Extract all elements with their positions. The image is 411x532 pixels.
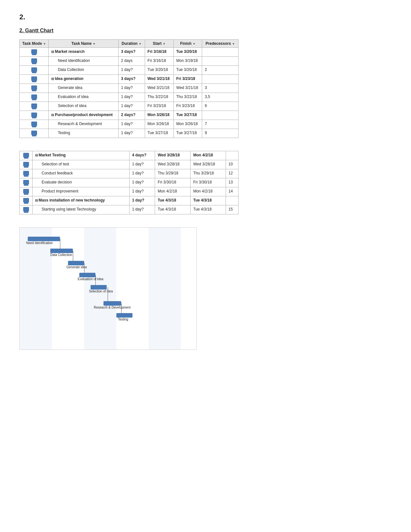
finish-cell: Tue 3/27/18: [173, 111, 202, 120]
task-name-cell: ⊟ Market research: [49, 48, 118, 57]
task-name-cell: Conduct feedback: [33, 169, 130, 178]
task-mode-icon: [23, 180, 29, 184]
predecessors-cell: 3,5: [202, 93, 239, 102]
task-name-text: Selection of test: [42, 162, 69, 166]
table2: ⊟ Market Testing4 days?Wed 3/28/18Mon 4/…: [19, 151, 239, 214]
task-name-cell: Selection of idea: [49, 102, 118, 111]
task-name-text: Starting using latest Technology: [42, 207, 96, 212]
gantt-bar-label: Reseacrh & Development: [94, 306, 131, 309]
task-name-cell: ⊟ Idea generation: [49, 75, 118, 84]
table-row: Evaluate decision1 day?Fri 3/30/18Fri 3/…: [20, 178, 239, 187]
sort-arrow: ▼: [163, 42, 166, 45]
task-mode-icon: [31, 113, 37, 117]
task-name-text: Product improvement: [42, 189, 78, 193]
task-mode-icon: [23, 189, 29, 193]
task-name-cell: ⊟ Market Testing: [33, 151, 130, 160]
task-mode-cell: [20, 120, 49, 129]
task-mode-cell: [20, 187, 33, 196]
task-mode-cell: [20, 75, 49, 84]
col-header-start: Start ▼: [145, 40, 173, 48]
duration-cell: 1 day?: [129, 187, 155, 196]
finish-cell: Tue 3/20/18: [173, 48, 202, 57]
task-mode-cell: [20, 205, 33, 214]
start-cell: Tue 3/27/18: [145, 129, 173, 138]
task-name-cell: Testing: [49, 129, 118, 138]
task-mode-icon: [31, 76, 37, 81]
task-name-text: Data Collection: [58, 67, 84, 72]
task-name-cell: Reseacrh & Development: [49, 120, 118, 129]
task-name-cell: Product improvement: [33, 187, 130, 196]
col-header-finish: Finish ▼: [173, 40, 202, 48]
task-mode-cell: [20, 93, 49, 102]
duration-cell: 3 days?: [118, 75, 145, 84]
col-header-task-mode: Task Mode ▼: [20, 40, 49, 48]
task-mode-cell: [20, 160, 33, 169]
duration-cell: 2 days?: [118, 111, 145, 120]
task-name-cell: Starting using latest Technology: [33, 205, 130, 214]
table-row: Reseacrh & Development1 day?Mon 3/26/18M…: [20, 120, 239, 129]
gantt-bar: [116, 313, 132, 318]
gantt-chart-visual: Need IdentificationData CollectionGenera…: [19, 227, 197, 350]
task-mode-icon: [23, 171, 29, 175]
task-mode-icon: [23, 198, 29, 202]
predecessors-cell: [202, 48, 239, 57]
finish-cell: Wed 3/28/18: [191, 160, 226, 169]
finish-cell: Thu 3/29/18: [191, 169, 226, 178]
start-cell: Tue 4/3/18: [155, 196, 191, 205]
task-mode-cell: [20, 102, 49, 111]
duration-cell: 1 day?: [129, 169, 155, 178]
task-name-cell: ⊟ Purchase/product development: [49, 111, 118, 120]
task-name-cell: Generate idea: [49, 84, 118, 93]
start-cell: Mon 3/26/18: [145, 120, 173, 129]
start-cell: Fri 3/16/18: [145, 57, 173, 66]
predecessors-cell: [202, 57, 239, 66]
table1: Task Mode ▼ Task Name ▼ Duration ▼ Start…: [19, 39, 239, 138]
task-mode-icon: [31, 122, 37, 126]
duration-cell: 1 day?: [118, 66, 145, 75]
task-mode-cell: [20, 111, 49, 120]
gantt-bar-label: Testing: [118, 318, 128, 321]
task-mode-cell: [20, 57, 49, 66]
duration-cell: 4 days?: [129, 151, 155, 160]
table-row: ⊟ Purchase/product development2 days?Mon…: [20, 111, 239, 120]
gantt-bar-label: Generate idea: [66, 265, 87, 269]
finish-cell: Mon 4/2/18: [191, 187, 226, 196]
table-row: Selection of idea1 day?Fri 3/23/18Fri 3/…: [20, 102, 239, 111]
finish-cell: Fri 3/30/18: [191, 178, 226, 187]
duration-cell: 1 day?: [129, 205, 155, 214]
table-row: Evaluation of idea1 day?Thu 3/22/18Thu 3…: [20, 93, 239, 102]
table-row: ⊟ Market Testing4 days?Wed 3/28/18Mon 4/…: [20, 151, 239, 160]
predecessors-cell: 12: [226, 169, 238, 178]
table-row: Data Collection1 day?Tue 3/20/18Tue 3/20…: [20, 66, 239, 75]
start-cell: Wed 3/28/18: [155, 151, 191, 160]
duration-cell: 1 day?: [118, 120, 145, 129]
task-name-text: Mass installation of new technology: [39, 198, 105, 202]
task-name-cell: Selection of test: [33, 160, 130, 169]
predecessors-cell: 13: [226, 178, 238, 187]
task-mode-icon: [23, 162, 29, 166]
gantt-bar: [50, 249, 73, 253]
predecessors-cell: 10: [226, 160, 238, 169]
task-name-cell: Evaluation of idea: [49, 93, 118, 102]
duration-cell: 1 day?: [118, 93, 145, 102]
table-row: Need Identification2 daysFri 3/16/18Mon …: [20, 57, 239, 66]
start-cell: Mon 4/2/18: [155, 187, 191, 196]
task-mode-cell: [20, 48, 49, 57]
table-row: Selection of test1 day?Wed 3/28/18Wed 3/…: [20, 160, 239, 169]
predecessors-cell: 6: [202, 102, 239, 111]
duration-cell: 3 days?: [118, 48, 145, 57]
gantt-bar: [79, 273, 95, 277]
task-name-text: Conduct feedback: [42, 171, 73, 175]
task-name-cell: Data Collection: [49, 66, 118, 75]
finish-cell: Mon 3/19/18: [173, 57, 202, 66]
task-name-text: Evaluate decision: [42, 180, 72, 184]
predecessors-cell: [226, 196, 238, 205]
table-row: Product improvement1 day?Mon 4/2/18Mon 4…: [20, 187, 239, 196]
duration-cell: 1 day?: [129, 160, 155, 169]
predecessors-cell: 2: [202, 66, 239, 75]
task-name-text: Reseacrh & Development: [58, 122, 102, 126]
start-cell: Wed 3/28/18: [155, 160, 191, 169]
gantt-table-2: ⊟ Market Testing4 days?Wed 3/28/18Mon 4/…: [19, 151, 392, 214]
finish-cell: Mon 4/2/18: [191, 151, 226, 160]
predecessors-cell: [202, 111, 239, 120]
